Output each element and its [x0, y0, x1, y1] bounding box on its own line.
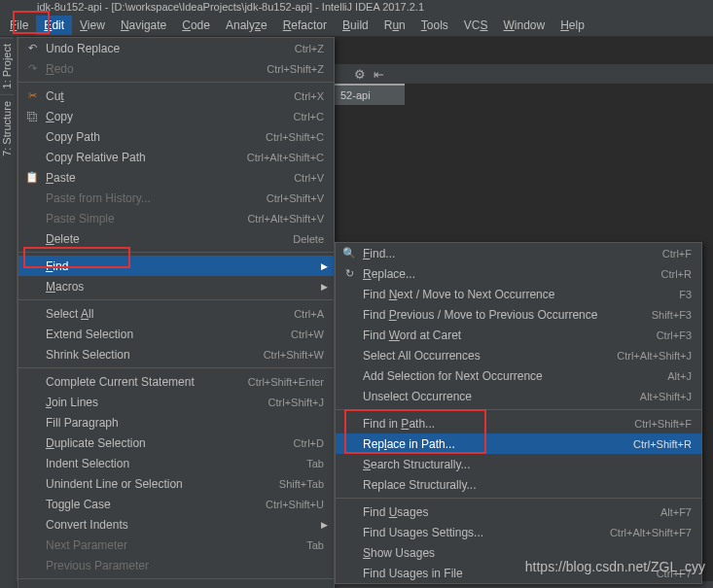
menu-vcs[interactable]: VCS	[456, 16, 496, 35]
menu-navigate[interactable]: Navigate	[113, 16, 174, 35]
shrink-selection[interactable]: Shrink SelectionCtrl+Shift+W	[18, 344, 334, 364]
unselect-occurrence[interactable]: Unselect OccurrenceAlt+Shift+J	[336, 386, 701, 406]
select-all[interactable]: Select AllCtrl+A	[18, 303, 334, 324]
redo-icon: ↷	[24, 61, 40, 77]
paste-simple[interactable]: Paste SimpleCtrl+Alt+Shift+V	[18, 208, 334, 228]
encode-xml[interactable]: Encode XML/HTML Special Characters	[18, 582, 334, 588]
undo-icon: ↶	[24, 41, 40, 56]
find-dropdown: 🔍Find...Ctrl+F ↻Replace...Ctrl+R Find Ne…	[335, 242, 702, 584]
delete[interactable]: DeleteDelete	[18, 228, 334, 249]
separator	[18, 367, 334, 368]
replace-icon: ↻	[341, 266, 357, 282]
title-bar: jdk-8u152-api - [D:\workspace\IdeaProjec…	[0, 0, 713, 14]
previous-parameter[interactable]: Previous Parameter	[18, 555, 334, 575]
add-selection-next[interactable]: Add Selection for Next OccurrenceAlt+J	[336, 365, 701, 386]
collapse-icon[interactable]: ⇤	[374, 67, 384, 82]
chevron-right-icon: ▶	[321, 520, 328, 530]
menu-analyze[interactable]: Analyze	[218, 16, 275, 35]
menu-help[interactable]: Help	[553, 16, 592, 35]
copy-icon: ⿻	[24, 109, 40, 124]
replace-structurally[interactable]: Replace Structurally...	[336, 474, 701, 495]
macros-submenu[interactable]: Macros▶	[18, 276, 334, 296]
find-next[interactable]: Find Next / Move to Next OccurrenceF3	[336, 284, 701, 304]
indent-selection[interactable]: Indent SelectionTab	[18, 453, 334, 473]
editor-toolbar: ⚙ ⇤	[335, 64, 713, 84]
find-in-path[interactable]: Find in Path...Ctrl+Shift+F	[336, 413, 701, 433]
tool-panel: 1: Project 7: Structure	[0, 37, 18, 581]
gear-icon[interactable]: ⚙	[354, 67, 366, 82]
tool-project[interactable]: 1: Project	[0, 37, 14, 94]
duplicate-selection[interactable]: Duplicate SelectionCtrl+D	[18, 432, 334, 453]
find-submenu[interactable]: Find▶	[18, 256, 334, 276]
complete-statement[interactable]: Complete Current StatementCtrl+Shift+Ent…	[18, 371, 334, 392]
undo-replace[interactable]: ↶Undo ReplaceCtrl+Z	[18, 38, 334, 58]
menu-code[interactable]: Code	[174, 16, 218, 35]
tool-structure[interactable]: 7: Structure	[0, 94, 14, 162]
replace-action[interactable]: ↻Replace...Ctrl+R	[336, 263, 701, 284]
separator	[18, 299, 334, 300]
next-parameter[interactable]: Next ParameterTab	[18, 535, 334, 555]
separator	[336, 498, 701, 499]
menu-build[interactable]: Build	[335, 16, 376, 35]
paste[interactable]: 📋PasteCtrl+V	[18, 167, 334, 188]
unindent[interactable]: Unindent Line or SelectionShift+Tab	[18, 473, 334, 494]
chevron-right-icon: ▶	[321, 282, 328, 292]
find-usages[interactable]: Find UsagesAlt+F7	[336, 502, 701, 522]
menu-file[interactable]: File	[2, 16, 36, 35]
menu-edit[interactable]: Edit	[36, 16, 72, 35]
find-word[interactable]: Find Word at CaretCtrl+F3	[336, 325, 701, 345]
find-icon: 🔍	[341, 246, 357, 261]
cut[interactable]: ✂CutCtrl+X	[18, 86, 334, 106]
copy-path[interactable]: Copy PathCtrl+Shift+C	[18, 126, 334, 147]
cut-icon: ✂	[24, 88, 40, 104]
paste-icon: 📋	[24, 170, 40, 186]
redo[interactable]: ↷RedoCtrl+Shift+Z	[18, 58, 334, 79]
copy-relative-path[interactable]: Copy Relative PathCtrl+Alt+Shift+C	[18, 147, 334, 167]
search-structurally[interactable]: Search Structurally...	[336, 454, 701, 474]
join-lines[interactable]: Join LinesCtrl+Shift+J	[18, 392, 334, 412]
separator	[18, 578, 334, 579]
find-usages-settings[interactable]: Find Usages Settings...Ctrl+Alt+Shift+F7	[336, 522, 701, 542]
separator	[18, 82, 334, 83]
menu-tools[interactable]: Tools	[413, 16, 456, 35]
separator	[18, 252, 334, 253]
copy[interactable]: ⿻CopyCtrl+C	[18, 106, 334, 126]
edit-dropdown: ↶Undo ReplaceCtrl+Z ↷RedoCtrl+Shift+Z ✂C…	[18, 37, 335, 588]
menu-refactor[interactable]: Refactor	[275, 16, 335, 35]
watermark: https://blog.csdn.net/ZGL_cyy	[525, 559, 705, 574]
replace-in-path[interactable]: Replace in Path...Ctrl+Shift+R	[336, 433, 701, 454]
find-prev[interactable]: Find Previous / Move to Previous Occurre…	[336, 304, 701, 325]
menu-window[interactable]: Window	[495, 16, 553, 35]
select-all-occurrences[interactable]: Select All OccurrencesCtrl+Alt+Shift+J	[336, 345, 701, 365]
fill-paragraph[interactable]: Fill Paragraph	[18, 412, 334, 432]
editor-tab[interactable]: 52-api	[335, 84, 405, 105]
chevron-right-icon: ▶	[321, 261, 328, 271]
convert-indents[interactable]: Convert Indents▶	[18, 514, 334, 535]
menu-bar: File Edit View Navigate Code Analyze Ref…	[0, 14, 713, 37]
paste-history[interactable]: Paste from History...Ctrl+Shift+V	[18, 188, 334, 208]
separator	[336, 409, 701, 410]
menu-run[interactable]: Run	[376, 16, 413, 35]
toggle-case[interactable]: Toggle CaseCtrl+Shift+U	[18, 494, 334, 514]
menu-view[interactable]: View	[72, 16, 113, 35]
find-action[interactable]: 🔍Find...Ctrl+F	[336, 243, 701, 263]
extend-selection[interactable]: Extend SelectionCtrl+W	[18, 324, 334, 344]
